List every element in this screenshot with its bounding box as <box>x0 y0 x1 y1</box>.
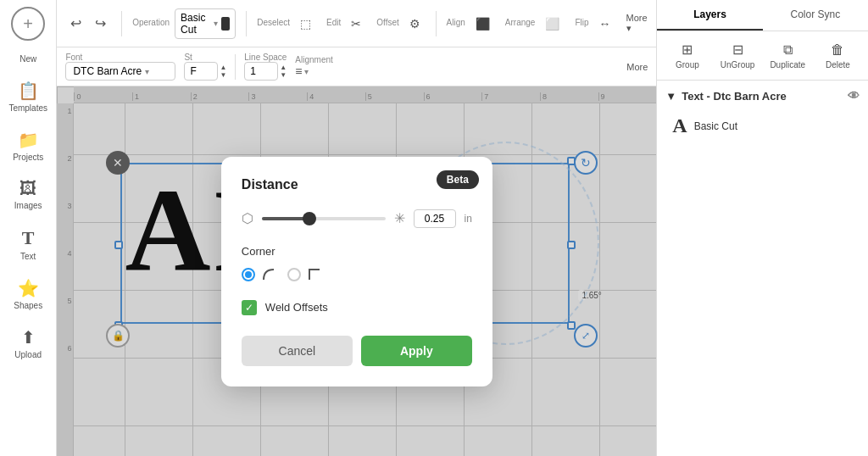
right-panel: Layers Color Sync ⊞ Group ⊟ UnGroup ⧉ Du… <box>656 0 868 456</box>
left-sidebar: + New 📋 Templates 📁 Projects 🖼 Images T … <box>0 0 57 456</box>
divider-1 <box>121 11 122 36</box>
sidebar-item-new[interactable]: New <box>3 47 53 70</box>
sidebar-label-shapes: Shapes <box>14 301 42 310</box>
corner-radio-rounded[interactable] <box>242 268 255 281</box>
distance-unit: in <box>465 213 472 225</box>
font-label: Font <box>65 53 175 62</box>
duplicate-button[interactable]: ⧉ Duplicate <box>765 39 811 73</box>
more-secondary-button[interactable]: More <box>626 62 648 72</box>
corner-radio-square[interactable] <box>287 268 301 281</box>
sidebar-item-upload[interactable]: ⬆ Upload <box>3 320 53 366</box>
align-left-button[interactable]: ≡ <box>295 64 302 78</box>
size-group: St ▲ ▼ <box>184 53 226 81</box>
shapes-icon: ⭐ <box>18 278 39 298</box>
new-button[interactable]: + <box>11 7 45 41</box>
slider-thumb[interactable] <box>303 212 316 225</box>
more-btn[interactable]: More ▾ <box>626 13 648 34</box>
images-icon: 🖼 <box>19 179 36 198</box>
corner-option-square[interactable] <box>287 266 323 283</box>
deselect-label: Deselect <box>257 18 290 27</box>
dialog-overlay: Beta Distance ⬡ ✳ in <box>57 86 656 456</box>
undo-button[interactable]: ↩ <box>65 12 86 35</box>
ungroup-button[interactable]: ⊟ UnGroup <box>714 38 760 73</box>
edit-button[interactable]: ✂ <box>346 14 366 34</box>
sidebar-item-images[interactable]: 🖼 Images <box>3 172 53 217</box>
align-button[interactable]: ⬛ <box>470 14 495 34</box>
redo-button[interactable]: ↪ <box>90 12 111 35</box>
sidebar-label-projects: Projects <box>13 153 43 162</box>
deselect-button[interactable]: ⬚ <box>295 14 316 34</box>
group-button[interactable]: ⊞ Group <box>664 38 710 73</box>
font-dropdown-icon: ▾ <box>145 67 149 76</box>
tab-color-sync[interactable]: Color Sync <box>763 0 868 31</box>
sidebar-item-templates[interactable]: 📋 Templates <box>3 74 53 120</box>
size-input[interactable] <box>184 62 218 81</box>
secondary-toolbar: Font DTC Barn Acre ▾ St ▲ ▼ Line Space <box>57 47 656 86</box>
delete-button[interactable]: 🗑 Delete <box>815 39 861 73</box>
apply-button[interactable]: Apply <box>361 336 472 366</box>
linespace-input[interactable] <box>244 62 278 81</box>
size-down-button[interactable]: ▼ <box>220 72 226 79</box>
distance-value-input[interactable] <box>414 209 456 228</box>
edit-label: Edit <box>326 18 341 27</box>
align-group: Align ⬛ <box>447 14 495 34</box>
weld-row: ✓ Weld Offsets <box>242 300 472 315</box>
operation-group: Operation Basic Cut ▾ <box>132 8 236 39</box>
offset-group: Offset ⚙ <box>376 14 426 34</box>
linespace-stepper: ▲ ▼ <box>280 64 287 79</box>
offset-button[interactable]: ⚙ <box>404 14 426 34</box>
duplicate-icon: ⧉ <box>783 42 793 58</box>
cancel-button[interactable]: Cancel <box>242 336 353 366</box>
size-stepper: ▲ ▼ <box>220 64 226 79</box>
size-up-button[interactable]: ▲ <box>220 64 226 71</box>
upload-icon: ⬆ <box>21 327 36 348</box>
slider-max-icon: ✳ <box>394 210 405 226</box>
sidebar-label-templates: Templates <box>8 103 47 113</box>
layer-item-label: Basic Cut <box>694 120 737 132</box>
linespace-down-button[interactable]: ▼ <box>280 72 287 79</box>
layer-section: ▼ Text - Dtc Barn Acre 👁 A Basic Cut <box>657 81 868 151</box>
undo-redo-group: ↩ ↪ <box>65 12 111 35</box>
slider-track[interactable] <box>262 217 386 220</box>
canvas-area[interactable]: 0 1 2 3 4 5 6 7 8 9 1 2 3 4 5 6 <box>57 86 656 456</box>
delete-icon: 🗑 <box>831 42 844 58</box>
tab-layers[interactable]: Layers <box>657 0 762 31</box>
text-icon: T <box>22 227 35 249</box>
linespace-label: Line Space <box>244 53 287 62</box>
layer-item[interactable]: A Basic Cut <box>665 109 860 142</box>
corner-option-rounded[interactable] <box>242 266 277 283</box>
rounded-corner-icon <box>260 266 277 283</box>
size-label: St <box>184 53 226 62</box>
distance-field: ⬡ ✳ in <box>242 209 472 228</box>
font-select[interactable]: DTC Barn Acre ▾ <box>65 62 175 81</box>
flip-group: Flip ↔ <box>575 14 615 34</box>
divider-2 <box>246 11 247 36</box>
sidebar-item-shapes[interactable]: ⭐ Shapes <box>3 271 53 317</box>
visibility-icon[interactable]: 👁 <box>848 89 860 103</box>
arrange-button[interactable]: ⬜ <box>540 14 565 34</box>
flip-button[interactable]: ↔ <box>594 14 616 34</box>
linespace-group: Line Space ▲ ▼ <box>244 53 287 81</box>
operation-select[interactable]: Basic Cut ▾ <box>175 8 236 39</box>
sidebar-label-upload: Upload <box>14 350 42 359</box>
checkmark-icon: ✓ <box>245 302 253 314</box>
templates-icon: 📋 <box>18 81 39 101</box>
arrange-group: Arrange ⬜ <box>505 14 565 34</box>
dialog-actions: Cancel Apply <box>242 336 472 366</box>
weld-checkbox[interactable]: ✓ <box>242 300 257 315</box>
collapse-icon[interactable]: ▼ <box>665 90 676 103</box>
sidebar-item-text[interactable]: T Text <box>3 220 53 268</box>
divider-4 <box>235 54 236 80</box>
sidebar-label-images: Images <box>14 201 42 210</box>
divider-3 <box>436 11 437 36</box>
duplicate-label: Duplicate <box>770 60 805 70</box>
plus-icon: + <box>23 14 33 34</box>
sidebar-item-projects[interactable]: 📁 Projects <box>3 123 53 169</box>
linespace-up-button[interactable]: ▲ <box>280 64 287 71</box>
layer-header: ▼ Text - Dtc Barn Acre 👁 <box>665 89 860 103</box>
deselect-icons: ⬚ <box>295 14 316 34</box>
offset-label: Offset <box>376 18 399 27</box>
deselect-group: Deselect ⬚ <box>257 14 316 34</box>
alignment-label: Alignment <box>295 55 332 64</box>
top-toolbar: ↩ ↪ Operation Basic Cut ▾ Deselect ⬚ Edi… <box>57 0 656 47</box>
